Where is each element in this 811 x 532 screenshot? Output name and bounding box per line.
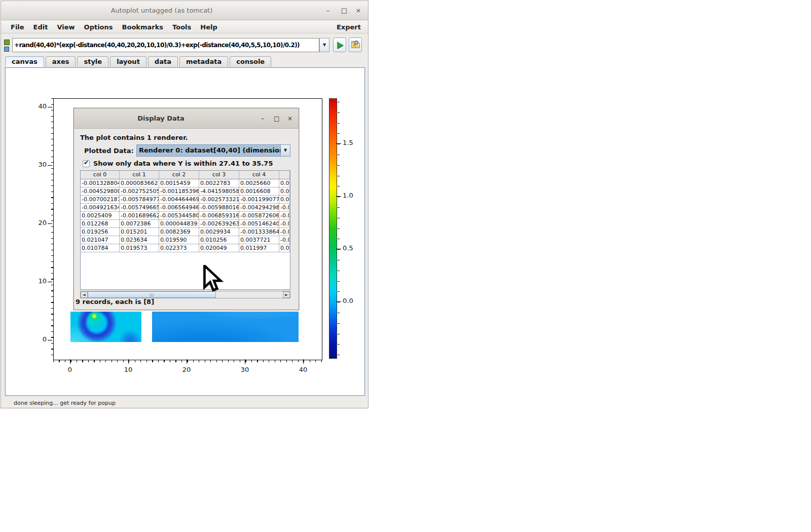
table-cell[interactable]: 0.010256 [199,236,239,244]
table-cell[interactable]: -0.001199077... [239,196,279,204]
table-cell[interactable]: 0.000044839 [159,220,199,228]
table-cell[interactable]: -0.005872606... [239,212,279,220]
dialog-maximize-button[interactable]: □ [271,113,282,124]
table-cell[interactable]: -0.005749665... [120,204,159,212]
table-cell[interactable]: 0.0082369 [159,228,199,236]
table-cell[interactable]: 0.021047 [81,236,120,244]
table-cell[interactable]: -0.004529800... [81,187,120,196]
data-table[interactable]: col 0col 1col 2col 3col 4-0.001328804...… [80,170,290,290]
table-cell[interactable]: 0.0022783 [199,179,239,187]
column-header[interactable]: col 2 [159,171,199,179]
table-cell[interactable]: 0.010784 [81,244,120,252]
table-cell[interactable]: 0.00 [279,187,290,196]
column-header[interactable]: col 4 [239,171,279,179]
table-cell[interactable]: 0.019590 [159,236,199,244]
table-cell[interactable]: -0.005784977... [120,196,159,204]
table-cell[interactable]: 0.00 [279,244,290,252]
table-cell[interactable]: 0.0016608 [239,187,279,196]
plotted-data-combobox[interactable]: Renderer 0: dataset[40,40] (dimension...… [136,144,290,157]
scrollbar-grip-icon [150,293,154,297]
column-header[interactable]: col 1 [120,171,159,179]
horizontal-scrollbar[interactable]: ◄ ► [80,291,290,298]
table-cell[interactable]: -0.0 [279,220,290,228]
uri-input[interactable]: +rand(40,40)*(exp(-distance(40,40,20,20,… [12,38,319,52]
table-cell[interactable]: -0.002639263... [199,220,239,228]
table-cell[interactable]: 0.020049 [199,244,239,252]
table-cell[interactable]: 0.0015459 [159,179,199,187]
table-cell[interactable]: 0.00 [279,196,290,204]
menu-item-file[interactable]: File [6,22,29,32]
table-cell[interactable]: 0.0025409 [81,212,120,220]
column-header[interactable] [279,171,290,179]
x-tick-label: 20 [176,366,197,373]
tab-metadata[interactable]: metadata [179,56,228,67]
tab-console[interactable]: console [230,56,271,67]
table-cell[interactable]: -0.002752505... [120,187,159,196]
menu-item-options[interactable]: Options [80,22,118,32]
scroll-right-arrow-icon[interactable]: ► [283,291,290,298]
minimize-button[interactable]: – [322,5,334,16]
chevron-down-icon[interactable]: ▼ [280,145,290,156]
table-cell[interactable]: -4.041598058... [199,187,239,196]
table-cell[interactable]: -0.001328804... [81,179,120,187]
table-cell[interactable]: 0.015201 [120,228,159,236]
table-cell[interactable]: 0.011997 [239,244,279,252]
table-cell[interactable]: -0.0 [279,212,290,220]
dialog-close-button[interactable]: × [284,113,296,124]
menu-item-bookmarks[interactable]: Bookmarks [118,22,168,32]
dialog-minimize-button[interactable]: – [257,113,268,124]
scrollbar-thumb[interactable] [88,291,216,298]
tab-data[interactable]: data [148,56,178,67]
go-button[interactable] [333,37,346,52]
filter-checkbox[interactable]: ✔ [83,160,90,167]
colorbar-minor-ticks [338,102,340,355]
menu-item-view[interactable]: View [52,22,79,32]
table-cell[interactable]: -0.004464469... [159,196,199,204]
maximize-button[interactable]: □ [339,5,350,16]
table-cell[interactable]: -0.0 [279,204,290,212]
table-cell[interactable]: -0.005344580... [159,212,199,220]
table-cell[interactable]: 0.012268 [81,220,120,228]
table-cell[interactable]: 0.019573 [120,244,159,252]
table-cell[interactable]: -0.006859316... [199,212,239,220]
menu-item-tools[interactable]: Tools [168,22,196,32]
table-cell[interactable]: -0.005988016... [199,204,239,212]
tab-layout[interactable]: layout [110,56,146,67]
table-cell[interactable]: -0.001333864... [239,228,279,236]
table-cell[interactable]: -0.0 [279,236,290,244]
table-cell[interactable]: -0.007002187... [81,196,120,204]
uri-dropdown-button[interactable]: ▼ [319,38,329,52]
x-major-tick [70,359,70,364]
table-cell[interactable]: 0.022373 [159,244,199,252]
tab-axes[interactable]: axes [46,56,76,67]
menu-item-help[interactable]: Help [196,22,222,32]
table-cell[interactable]: -0.001689662... [120,212,159,220]
table-cell[interactable]: 0.023634 [120,236,159,244]
inspect-uri-button[interactable] [349,37,362,52]
tab-style[interactable]: style [77,56,108,67]
table-cell[interactable]: -0.0 [279,228,290,236]
table-cell[interactable]: 0.0025660 [239,179,279,187]
table-cell[interactable]: 0.0072386 [120,220,159,228]
table-cell[interactable]: -0.001185396... [159,187,199,196]
column-header[interactable]: col 3 [199,171,239,179]
table-cell[interactable]: -0.005146240... [239,220,279,228]
table-cell[interactable]: 0.0037721 [239,236,279,244]
table-cell[interactable]: 0.000083662 [120,179,159,187]
table-cell[interactable]: -0.002573321... [199,196,239,204]
table-cell[interactable]: 0.00 [279,179,290,187]
filter-checkbox-label: Show only data where Y is within 27.41 t… [93,160,273,167]
table-row: 0.0210470.0236340.0195900.0102560.003772… [81,236,290,244]
table-cell[interactable]: -0.004921634... [81,204,120,212]
table-cell[interactable]: 0.019256 [81,228,120,236]
column-header[interactable]: col 0 [81,171,120,179]
table-cell[interactable]: -0.004294298... [239,204,279,212]
tab-canvas[interactable]: canvas [5,56,44,67]
scroll-left-arrow-icon[interactable]: ◄ [81,291,88,298]
expert-mode-label[interactable]: Expert [337,23,363,31]
table-cell[interactable]: 0.0029934 [199,228,239,236]
table-cell[interactable]: -0.006564946... [159,204,199,212]
close-button[interactable]: × [353,5,364,16]
menu-item-edit[interactable]: Edit [29,22,53,32]
colorbar-major-tick [336,196,341,197]
